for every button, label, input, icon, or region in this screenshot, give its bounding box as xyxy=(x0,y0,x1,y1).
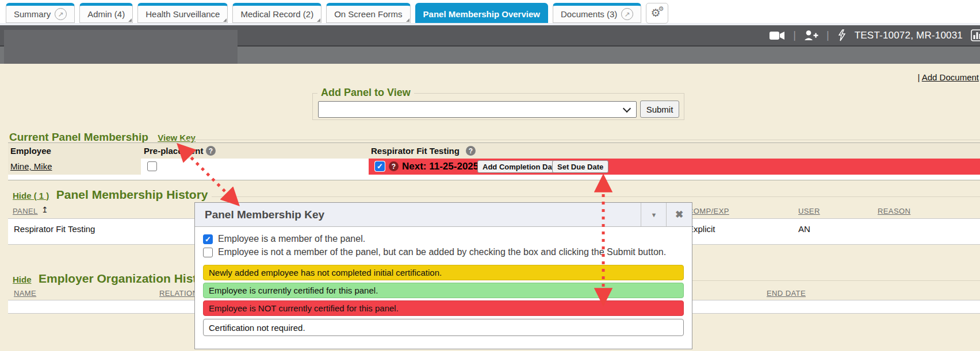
close-button[interactable]: ✖ xyxy=(666,203,692,226)
external-link-icon[interactable]: ↗ xyxy=(55,8,67,20)
history-heading-row: Hide ( 1 ) Panel Membership History xyxy=(13,188,208,202)
column-user[interactable]: USER xyxy=(798,207,820,215)
tab-health-surveillance[interactable]: Health Surveillance xyxy=(137,3,228,23)
lightning-bolt-icon[interactable] xyxy=(837,29,847,41)
tab-admin[interactable]: Admin (4) xyxy=(79,3,133,23)
key-row-green: Employee is currently certified for this… xyxy=(203,283,684,298)
add-panel-fieldset: Add Panel to View Submit xyxy=(312,93,684,120)
view-key-link[interactable]: View Key xyxy=(158,133,196,142)
person-add-icon[interactable] xyxy=(804,30,818,41)
chevron-down-icon: ▼ xyxy=(651,211,657,218)
hide-history-link[interactable]: Hide ( 1 ) xyxy=(13,191,49,200)
header-divider: | xyxy=(826,29,829,41)
separator: | xyxy=(918,72,920,82)
tab-label: On Screen Forms xyxy=(334,9,402,19)
dialog-titlebar: Panel Membership Key ▼ ✖ xyxy=(195,203,692,227)
key-row-yellow: Newly added employee has not completed i… xyxy=(203,265,684,280)
current-panel-heading-row: Current Panel Membership View Key xyxy=(9,131,196,144)
current-panel-heading: Current Panel Membership xyxy=(9,131,148,143)
pre-placement-checkbox[interactable] xyxy=(147,161,157,171)
tab-menu-fold-icon xyxy=(223,18,227,22)
key-row-red: Employee is NOT currently certified for … xyxy=(203,300,684,316)
add-document-area: | Add Document xyxy=(918,72,979,82)
collapse-button[interactable]: ▼ xyxy=(641,203,667,226)
column-pre-placement: Pre-placement xyxy=(144,146,203,156)
dialog-title: Panel Membership Key xyxy=(205,203,324,226)
bar-chart-icon[interactable] xyxy=(971,29,980,41)
pre-placement-cell xyxy=(141,159,369,175)
key-row-white: Certification not required. xyxy=(203,319,684,336)
record-id: TEST-10072, MR-10031 xyxy=(855,30,963,41)
respirator-checkbox[interactable]: ✓ xyxy=(375,161,385,171)
employer-heading: Employer Organization History xyxy=(39,272,216,285)
member-checkbox[interactable]: ✓ xyxy=(203,234,213,244)
help-icon[interactable]: ? xyxy=(206,146,216,156)
tab-documents[interactable]: Documents (3) ↗ xyxy=(553,3,641,23)
next-due-label: Next: 11-25-2025 xyxy=(402,161,478,172)
column-name[interactable]: NAME xyxy=(14,289,36,298)
column-end-date[interactable]: END DATE xyxy=(767,289,806,298)
add-completion-date-button[interactable]: Add Completion Date xyxy=(477,160,564,173)
app-window: Summary ↗ Admin (4) Health Surveillance … xyxy=(0,0,980,351)
respirator-cell: ✓ ? Next: 11-25-2025 Add Completion Date… xyxy=(369,159,980,175)
column-employee: Employee xyxy=(10,146,51,156)
submit-button[interactable]: Submit xyxy=(640,101,679,118)
membership-table-header: Employee Pre-placement ? Respirator Fit … xyxy=(8,142,980,160)
header-menu-block xyxy=(4,30,238,64)
add-panel-legend: Add Panel to View xyxy=(317,87,414,99)
help-icon[interactable]: ? xyxy=(389,161,399,171)
tab-label: Panel Membership Overview xyxy=(423,9,540,19)
history-heading: Panel Membership History xyxy=(56,188,208,201)
employee-cell: Mine, Mike xyxy=(8,159,141,175)
tab-label: Admin (4) xyxy=(87,9,125,19)
key-member-row: ✓ Employee is a member of the panel. xyxy=(203,234,365,244)
tab-panel-membership-overview[interactable]: Panel Membership Overview xyxy=(415,3,548,23)
tab-label: Medical Record (2) xyxy=(240,9,313,19)
tab-label: Health Surveillance xyxy=(146,9,220,19)
settings-button[interactable]: ⚙ ⚙ xyxy=(646,3,668,24)
tab-medical-record[interactable]: Medical Record (2) xyxy=(232,3,321,23)
panel-select[interactable] xyxy=(318,101,637,118)
column-respirator: Respirator Fit Testing xyxy=(371,146,460,156)
key-nonmember-row: Employee is not a member of the panel, b… xyxy=(203,247,666,257)
column-reason[interactable]: REASON xyxy=(878,207,910,215)
column-panel[interactable]: PANEL xyxy=(13,207,38,215)
section-rule xyxy=(212,196,980,197)
employer-heading-row: Hide Employer Organization History xyxy=(13,272,216,286)
help-icon[interactable]: ? xyxy=(466,146,476,156)
tab-bar: Summary ↗ Admin (4) Health Surveillance … xyxy=(6,3,668,23)
member-label: Employee is a member of the panel. xyxy=(218,234,365,244)
add-document-link[interactable]: Add Document xyxy=(922,72,979,82)
tab-menu-fold-icon xyxy=(317,18,320,22)
hide-employer-link[interactable]: Hide xyxy=(13,275,32,284)
tab-on-screen-forms[interactable]: On Screen Forms xyxy=(326,3,410,23)
nonmember-label: Employee is not a member of the panel, b… xyxy=(218,247,666,257)
tab-menu-fold-icon xyxy=(406,18,409,22)
panel-membership-key-dialog: Panel Membership Key ▼ ✖ ✓ Employee is a… xyxy=(194,202,692,349)
history-panel-cell: Respirator Fit Testing xyxy=(14,224,95,234)
tab-menu-fold-icon xyxy=(128,18,132,22)
video-camera-icon[interactable] xyxy=(770,31,785,40)
gear-icon: ⚙ xyxy=(658,6,664,12)
sort-up-icon[interactable]: ↥ xyxy=(41,205,48,214)
nonmember-checkbox[interactable] xyxy=(203,248,213,257)
chevron-down-icon xyxy=(623,105,631,113)
tab-label: Documents (3) xyxy=(561,9,617,19)
tab-label: Summary xyxy=(14,9,51,19)
header-divider: | xyxy=(793,29,796,41)
external-link-icon[interactable]: ↗ xyxy=(621,8,633,20)
membership-table-row: Mine, Mike ✓ ? Next: 11-25-2025 Add Comp… xyxy=(8,159,980,175)
history-user-cell: AN xyxy=(798,224,810,234)
tab-summary[interactable]: Summary ↗ xyxy=(6,3,75,23)
membership-table-footer xyxy=(8,175,980,180)
set-due-date-button[interactable]: Set Due Date xyxy=(552,160,608,173)
close-icon: ✖ xyxy=(675,209,683,221)
section-rule xyxy=(179,140,980,140)
column-comp-exp[interactable]: COMP/EXP xyxy=(688,207,729,215)
employee-link[interactable]: Mine, Mike xyxy=(10,161,52,171)
